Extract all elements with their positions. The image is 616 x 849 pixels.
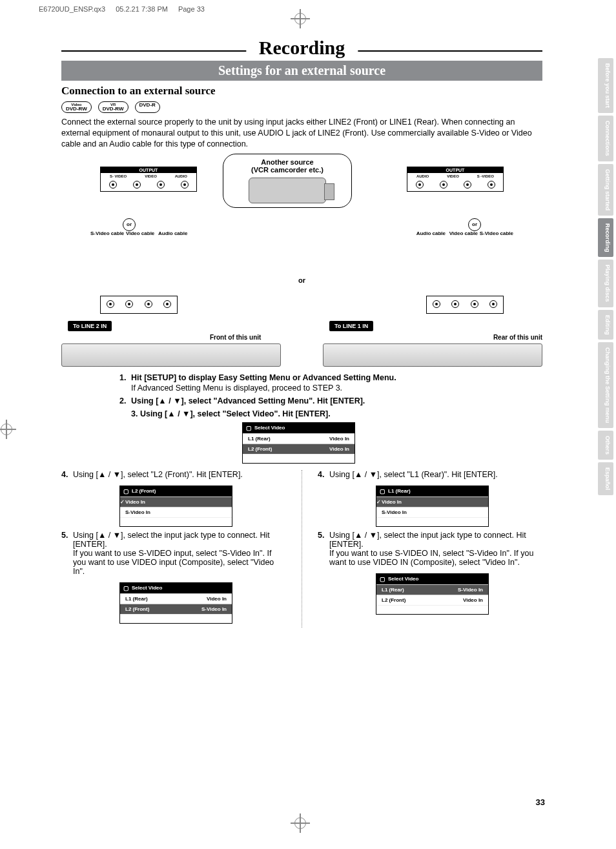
- registration-mark-left: [0, 420, 16, 439]
- cable-svideo: S-Video cable: [90, 231, 124, 236]
- output-label-right: OUTPUT: [407, 167, 503, 173]
- output-panel-right: OUTPUT AUDIO VIDEO S -VIDEO: [407, 167, 504, 192]
- jack-lbl: AUDIO: [175, 174, 187, 178]
- step-3: 3. Using [▲ / ▼], select "Select Video".…: [61, 409, 542, 418]
- print-page: Page 33: [178, 5, 205, 13]
- step-5-left: 5. Using [▲ / ▼], select the input jack …: [61, 531, 286, 576]
- unit-front-chassis: [61, 343, 281, 367]
- osd-row: S-Video In: [120, 507, 232, 517]
- registration-mark-top: [291, 9, 310, 28]
- unit-rear-chassis: [323, 343, 542, 367]
- source-title: Another source: [232, 158, 342, 166]
- page-number: 33: [536, 797, 545, 807]
- line2-tag: To LINE 2 IN: [68, 321, 112, 331]
- tab-before-you-start[interactable]: Before you start: [598, 58, 613, 113]
- source-subtitle: (VCR camcorder etc.): [232, 166, 342, 174]
- step-2: 2. Using [▲ / ▼], select "Advanced Setti…: [119, 396, 542, 405]
- badge-dvdrw-vr: VR DVD-RW: [98, 101, 128, 113]
- osd-title: Select Video: [254, 425, 285, 431]
- line1-tag: To LINE 1 IN: [329, 321, 373, 331]
- or-center: or: [298, 276, 305, 284]
- front-input-panel: [100, 296, 178, 314]
- badge-dvdr: DVD-R: [135, 101, 160, 113]
- tab-connections[interactable]: Connections: [598, 116, 613, 161]
- osd-result-right: Select Video L1 (Rear)S-Video In L2 (Fro…: [376, 573, 489, 615]
- osd-l2-front: L2 (Front) Video In S-Video In: [119, 486, 232, 527]
- tab-espanol[interactable]: Español: [598, 462, 613, 495]
- print-file: E6720UD_ENSP.qx3: [39, 5, 105, 13]
- column-divider: [302, 470, 302, 628]
- cable-video: Video cable: [126, 231, 154, 236]
- steps-1-2: 1. Hit [SETUP] to display Easy Setting M…: [61, 373, 542, 405]
- step-1: 1. Hit [SETUP] to display Easy Setting M…: [119, 373, 542, 393]
- tab-playing-discs[interactable]: Playing discs: [598, 260, 613, 307]
- jack-lbl: S -VIDEO: [477, 174, 494, 178]
- osd-title: Select Video: [132, 585, 162, 591]
- osd-title: Select Video: [388, 576, 418, 582]
- osd-result-left: Select Video L1 (Rear)Video In L2 (Front…: [119, 582, 232, 624]
- front-unit-label: Front of this unit: [210, 334, 261, 341]
- title-rule: Recording: [61, 50, 542, 52]
- page-content: Recording Settings for an external sourc…: [61, 39, 542, 628]
- osd-title: L1 (Rear): [388, 488, 411, 494]
- step-4-right: 4. Using [▲ / ▼], select "L1 (Rear)". Hi…: [318, 470, 542, 479]
- osd-l1-rear: L1 (Rear) Video In S-Video In: [376, 486, 489, 527]
- print-crop-header: E6720UD_ENSP.qx3 05.2.21 7:38 PM Page 33: [39, 5, 205, 13]
- section-heading: Settings for an external source: [61, 61, 542, 81]
- cable-audio-r: Audio cable: [416, 231, 446, 236]
- rear-unit-label: Rear of this unit: [493, 334, 542, 341]
- step-5-right: 5. Using [▲ / ▼], select the input jack …: [318, 531, 542, 567]
- rear-input-panel: [426, 296, 504, 314]
- side-tabs: Before you start Connections Getting sta…: [598, 58, 613, 495]
- output-panel-left: OUTPUT S- VIDEO VIDEO AUDIO: [100, 167, 197, 192]
- osd-row: L1 (Rear)Video In: [120, 593, 232, 604]
- disc-badges: Video DVD-RW VR DVD-RW DVD-R: [61, 101, 542, 113]
- subsection-heading: Connection to an external source: [61, 85, 542, 97]
- jack-lbl: S- VIDEO: [110, 174, 127, 178]
- tab-settings-menu[interactable]: Changing the Setting menu: [598, 342, 613, 428]
- osd-row: L2 (Front)Video In: [243, 444, 354, 454]
- intro-text: Connect the external source properly to …: [61, 117, 542, 150]
- registration-mark-bottom: [291, 813, 310, 833]
- jack-lbl: VIDEO: [145, 174, 157, 178]
- cable-svideo-r: S-Video cable: [480, 231, 513, 236]
- page-title: Recording: [246, 37, 358, 59]
- step-4-left: 4. Using [▲ / ▼], select "L2 (Front)". H…: [61, 470, 286, 479]
- osd-row: Video In: [376, 496, 488, 507]
- osd-row: L2 (Front)Video In: [376, 595, 488, 605]
- cable-audio: Audio cable: [158, 231, 187, 236]
- osd-row: Video In: [120, 496, 232, 507]
- badge-dvdrw-video: Video DVD-RW: [61, 101, 92, 113]
- osd-select-video: Select Video L1 (Rear)Video In L2 (Front…: [242, 422, 355, 464]
- tab-recording[interactable]: Recording: [598, 218, 613, 258]
- osd-row: S-Video In: [376, 507, 488, 517]
- output-label-left: OUTPUT: [101, 167, 196, 173]
- jack-lbl: AUDIO: [416, 174, 429, 178]
- or-badge-left: or: [123, 218, 136, 231]
- osd-row: L1 (Rear)Video In: [243, 433, 354, 444]
- osd-row: L1 (Rear)S-Video In: [376, 584, 488, 595]
- source-box: Another source (VCR camcorder etc.): [223, 154, 352, 208]
- tab-editing[interactable]: Editing: [598, 310, 613, 340]
- column-front: 4. Using [▲ / ▼], select "L2 (Front)". H…: [61, 470, 286, 628]
- print-timestamp: 05.2.21 7:38 PM: [116, 5, 168, 13]
- camcorder-icon: [249, 178, 326, 203]
- or-badge-right: or: [468, 218, 481, 231]
- osd-row: L2 (Front)S-Video In: [120, 604, 232, 614]
- tab-getting-started[interactable]: Getting started: [598, 164, 613, 216]
- connection-diagram: Another source (VCR camcorder etc.) OUTP…: [61, 154, 542, 367]
- jack-lbl: VIDEO: [447, 174, 459, 178]
- cable-video-r: Video cable: [449, 231, 478, 236]
- tab-others[interactable]: Others: [598, 431, 613, 460]
- column-rear: 4. Using [▲ / ▼], select "L1 (Rear)". Hi…: [318, 470, 542, 628]
- two-column-steps: 4. Using [▲ / ▼], select "L2 (Front)". H…: [61, 470, 542, 628]
- osd-title: L2 (Front): [132, 488, 156, 494]
